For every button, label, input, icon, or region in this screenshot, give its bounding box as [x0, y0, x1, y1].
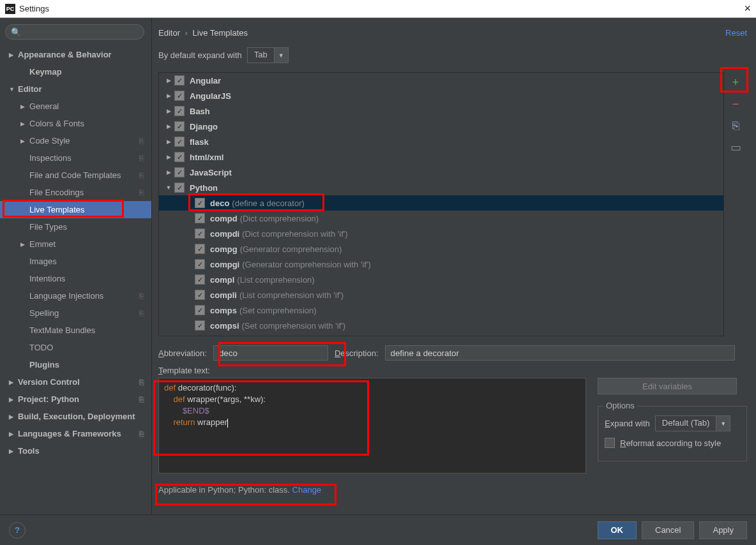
template-checkbox[interactable]: ✓	[195, 198, 205, 208]
sidebar-item[interactable]: ▶Appearance & Behavior	[0, 46, 151, 63]
group-checkbox[interactable]: ✓	[174, 106, 185, 116]
abbreviation-input[interactable]	[213, 345, 328, 361]
search-input[interactable]	[5, 24, 144, 40]
sidebar-item[interactable]: ▶Emmet	[0, 235, 151, 253]
expand-combo[interactable]: Tab ▼	[247, 47, 289, 63]
sidebar-item[interactable]: Spelling⎘	[0, 304, 151, 322]
group-checkbox[interactable]: ✓	[174, 137, 185, 147]
template-checkbox[interactable]: ✓	[195, 259, 205, 269]
sidebar-item[interactable]: File and Code Templates⎘	[0, 167, 151, 184]
sidebar-item[interactable]: Language Injections⎘	[0, 287, 151, 304]
tree-arrow-icon: ▶	[163, 93, 174, 99]
template-item[interactable]: ✓compg (Generator comprehension)	[159, 241, 723, 257]
expand-with-combo[interactable]: Default (Tab) ▼	[655, 415, 730, 431]
sidebar-item[interactable]: ▶Build, Execution, Deployment	[0, 408, 151, 425]
sidebar-item[interactable]: Keymap	[0, 63, 151, 80]
ok-button[interactable]: OK	[598, 521, 637, 539]
tree-arrow-icon: ▶	[20, 121, 29, 127]
edit-variables-button[interactable]: Edit variables	[598, 378, 737, 394]
template-abbr: compsi	[210, 321, 239, 331]
tree-arrow-icon: ▶	[163, 138, 174, 145]
close-icon[interactable]: ×	[744, 2, 751, 15]
tree-arrow-icon: ▶	[9, 379, 18, 385]
template-toolbar: + − ⎘ ▭	[724, 72, 747, 336]
sidebar-item[interactable]: File Types	[0, 218, 151, 235]
sidebar-item[interactable]: File Encodings⎘	[0, 184, 151, 201]
group-checkbox[interactable]: ✓	[174, 75, 185, 86]
group-label: flask	[190, 137, 209, 147]
group-checkbox[interactable]: ✓	[174, 91, 185, 101]
template-group[interactable]: ▶✓Bash	[159, 103, 723, 119]
settings-content: Editor › Live Templates Reset By default…	[152, 18, 756, 514]
sidebar-item[interactable]: Inspections⎘	[0, 149, 151, 167]
template-item[interactable]: ✓compli (List comprehension with 'if')	[159, 287, 723, 302]
sidebar-item[interactable]: Live Templates	[0, 201, 151, 218]
template-group[interactable]: ▶✓AngularJS	[159, 88, 723, 103]
add-button[interactable]: +	[728, 75, 743, 90]
tree-arrow-icon: ▶	[9, 431, 18, 437]
paste-button[interactable]: ▭	[728, 140, 743, 155]
copy-button[interactable]: ⎘	[728, 118, 743, 133]
template-group[interactable]: ▶✓flask	[159, 134, 723, 149]
help-button[interactable]: ?	[9, 522, 26, 539]
template-item[interactable]: ✓compdi (Dict comprehension with 'if')	[159, 226, 723, 241]
cancel-button[interactable]: Cancel	[642, 521, 694, 539]
sidebar-item[interactable]: ▶General	[0, 98, 151, 115]
template-item[interactable]: ✓deco (define a decorator)	[159, 195, 723, 211]
abbr-label: Abbreviation:	[158, 348, 207, 358]
group-checkbox[interactable]: ✓	[174, 152, 185, 162]
sidebar-item[interactable]: ▶Version Control⎘	[0, 373, 151, 391]
change-link[interactable]: Change	[292, 485, 322, 495]
template-checkbox[interactable]: ✓	[195, 274, 205, 285]
sidebar-item[interactable]: ▼Editor	[0, 80, 151, 98]
template-item[interactable]: ✓compsi (Set comprehension with 'if')	[159, 318, 723, 333]
template-item[interactable]: ✓comps (Set comprehension)	[159, 302, 723, 318]
sidebar-item[interactable]: ▶Colors & Fonts	[0, 115, 151, 132]
template-editor[interactable]: def decorator(func): def wrapper(*args, …	[158, 378, 586, 474]
template-group[interactable]: ▶✓html/xml	[159, 149, 723, 165]
titlebar: PC Settings ×	[0, 0, 756, 18]
description-input[interactable]	[385, 345, 735, 361]
sidebar-item[interactable]: TextMate Bundles	[0, 322, 151, 339]
breadcrumb-sep: ›	[185, 28, 188, 38]
sidebar-item[interactable]: ▶Project: Python⎘	[0, 391, 151, 408]
sidebar-item-label: Inspections	[29, 153, 72, 163]
tree-arrow-icon: ▶	[20, 138, 29, 144]
group-checkbox[interactable]: ✓	[174, 183, 185, 193]
template-checkbox[interactable]: ✓	[195, 320, 205, 331]
group-checkbox[interactable]: ✓	[174, 121, 185, 131]
template-abbr: compli	[210, 290, 237, 300]
template-item[interactable]: ✓compgi (Generator comprehension with 'i…	[159, 257, 723, 272]
template-desc: (Dict comprehension)	[240, 214, 319, 223]
template-group[interactable]: ▼✓Python	[159, 180, 723, 195]
template-group[interactable]: ▶✓JavaScript	[159, 165, 723, 180]
sidebar-item[interactable]: ▶Languages & Frameworks⎘	[0, 425, 151, 442]
remove-button[interactable]: −	[728, 96, 743, 112]
reformat-checkbox[interactable]	[605, 438, 615, 448]
sidebar-item-label: Plugins	[29, 360, 59, 370]
template-group[interactable]: ▶✓Django	[159, 119, 723, 134]
sidebar-item-label: File and Code Templates	[29, 170, 121, 180]
sidebar-item[interactable]: Intentions	[0, 270, 151, 287]
template-checkbox[interactable]: ✓	[195, 244, 205, 254]
template-list[interactable]: ▶✓Angular▶✓AngularJS▶✓Bash▶✓Django▶✓flas…	[158, 72, 724, 336]
sidebar-item[interactable]: ▶Tools	[0, 442, 151, 459]
sidebar-item[interactable]: Plugins	[0, 356, 151, 373]
template-desc: (Dict comprehension with 'if')	[242, 229, 347, 239]
sidebar-item[interactable]: Images	[0, 253, 151, 270]
reset-link[interactable]: Reset	[725, 28, 747, 38]
template-checkbox[interactable]: ✓	[195, 213, 205, 223]
apply-button[interactable]: Apply	[699, 521, 747, 539]
template-checkbox[interactable]: ✓	[195, 290, 205, 300]
sidebar-item[interactable]: TODO	[0, 339, 151, 356]
sidebar-item[interactable]: ▶Code Style⎘	[0, 132, 151, 149]
chevron-down-icon: ▼	[274, 48, 288, 63]
template-checkbox[interactable]: ✓	[195, 305, 205, 315]
chevron-down-icon: ▼	[716, 416, 730, 431]
template-group[interactable]: ▶✓Angular	[159, 73, 723, 88]
breadcrumb-a: Editor	[158, 28, 180, 38]
template-item[interactable]: ✓compl (List comprehension)	[159, 272, 723, 287]
group-checkbox[interactable]: ✓	[174, 167, 185, 177]
template-item[interactable]: ✓compd (Dict comprehension)	[159, 211, 723, 226]
template-checkbox[interactable]: ✓	[195, 228, 205, 239]
